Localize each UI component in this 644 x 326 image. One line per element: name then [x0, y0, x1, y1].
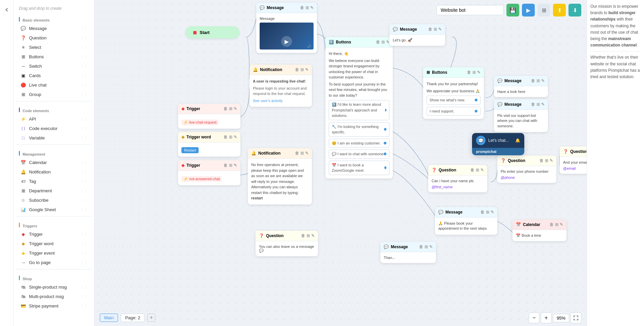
flow-canvas[interactable]: 💾 ▶ ⊞ ⬆ ⬇ — [94, 0, 587, 326]
copy-icon[interactable]: ⊞ — [300, 151, 304, 156]
sidebar-item-api[interactable]: ⚡ API ⋮⋮ — [15, 114, 93, 124]
copy-icon[interactable]: ⊞ — [545, 158, 548, 163]
btn-option-5[interactable]: 📅 I want to book a Zoom/Google meet — [329, 161, 389, 175]
trigger-node-2[interactable]: ◆ Trigger 🗑 ⊞ ✎ ⚡ not-answered-chat — [178, 160, 240, 185]
edit-icon[interactable]: ✎ — [560, 222, 563, 227]
copy-icon[interactable]: ⊞ — [434, 27, 437, 32]
start-node[interactable]: ◼ Start — [185, 26, 239, 38]
edit-icon[interactable]: ✎ — [311, 233, 315, 238]
delete-icon[interactable]: 🗑 — [224, 106, 228, 111]
calendar-node[interactable]: 📅 Calendar 🗑 ⊞ ✎ 📅 Book a time — [513, 220, 566, 241]
edit-icon[interactable]: ✎ — [477, 70, 480, 75]
sidebar-collapse-button[interactable] — [0, 0, 13, 326]
delete-icon[interactable]: 🗑 — [539, 158, 544, 163]
copy-icon[interactable]: ⊞ — [486, 210, 489, 215]
delete-icon[interactable]: 🗑 — [428, 27, 432, 32]
sidebar-item-group[interactable]: ⊞ Group ⋮⋮ — [15, 90, 93, 99]
sidebar-item-cards[interactable]: ▣ Cards ⋮⋮ — [15, 71, 93, 80]
delete-icon[interactable]: 🗑 — [531, 102, 535, 107]
edit-icon[interactable]: ✎ — [480, 168, 484, 172]
delete-icon[interactable]: 🗑 — [224, 163, 228, 168]
edit-icon[interactable]: ✎ — [429, 244, 433, 249]
delete-icon[interactable]: 🗑 — [467, 70, 471, 75]
delete-icon[interactable]: 🗑 — [550, 222, 554, 227]
copy-icon[interactable]: ⊞ — [555, 222, 558, 227]
copy-icon[interactable]: ⊞ — [229, 135, 232, 139]
sidebar-item-question[interactable]: ❓ Question ⋮⋮ — [15, 33, 93, 42]
question-node-3[interactable]: ❓ Question 🗑 ⊞ ✎ Pls enter your phone nu… — [497, 156, 556, 183]
sidebar-item-message[interactable]: 💬 Message ⋮⋮ — [15, 24, 93, 33]
delete-icon[interactable]: 🗑 — [295, 67, 299, 72]
sidebar-item-calendar[interactable]: 📅 Calendar ⋮⋮ — [15, 158, 93, 167]
btn2-option-2[interactable]: I need support. — [427, 107, 480, 116]
delete-icon[interactable]: 🗑 — [480, 210, 485, 215]
sidebar-item-livechat[interactable]: 🔴 Live chat ⋮⋮ — [15, 80, 93, 90]
page-tab-main[interactable]: Main — [100, 314, 118, 322]
message-node-2[interactable]: 💬 Message 🗑 ⊞ ✎ Let's go. 🚀 — [389, 24, 445, 46]
copy-icon[interactable]: ⊞ — [381, 40, 385, 44]
delete-icon[interactable]: 🗑 — [300, 5, 304, 10]
grid-button[interactable]: ⊞ — [537, 4, 550, 17]
zoom-in-button[interactable]: + — [541, 313, 552, 323]
message-node-1[interactable]: 💬 Message 🗑 ⊞ ✎ Message ▶ 🔊 — [256, 3, 317, 53]
copy-icon[interactable]: ⊞ — [305, 5, 309, 10]
sidebar-item-department[interactable]: ⊞ Department ⋮⋮ — [15, 186, 93, 195]
sidebar-item-variable[interactable]: □ Variable ⋮⋮ — [15, 133, 93, 142]
edit-icon[interactable]: ✎ — [386, 40, 389, 44]
sidebar-item-subscribe[interactable]: ☆ Subscribe ⋮⋮ — [15, 195, 93, 205]
edit-icon[interactable]: ✎ — [234, 163, 237, 168]
copy-icon[interactable]: ⊞ — [229, 163, 232, 168]
notification-node-2[interactable]: 🔔 Notification 🗑 ⊞ ✎ No free operators a… — [248, 148, 312, 204]
edit-icon[interactable]: ✎ — [305, 67, 309, 72]
sidebar-item-google-sheet[interactable]: 📊 Google Sheet ⋮⋮ — [15, 205, 93, 214]
edit-icon[interactable]: ✎ — [234, 106, 237, 111]
save-button[interactable]: 💾 — [506, 4, 519, 17]
question-node-4[interactable]: ❓ Question 🗑 ⊞ And your email address p.… — [560, 146, 587, 174]
sidebar-item-stripe[interactable]: 💳 Stripe payment ⋮⋮ — [15, 301, 93, 311]
sidebar-item-buttons[interactable]: ⊞ Buttons ⋮⋮ — [15, 52, 93, 61]
copy-icon[interactable]: ⊞ — [536, 78, 540, 83]
zoom-out-button[interactable]: − — [529, 313, 539, 323]
sidebar-item-notification[interactable]: 🔔 Notification ⋮⋮ — [15, 167, 93, 176]
delete-icon[interactable]: 🗑 — [531, 78, 535, 83]
sidebar-item-single-product[interactable]: 🛍 Single-product msg ⋮⋮ — [15, 282, 93, 292]
message-node-5[interactable]: 💬 Message 🗑 ⊞ ✎ 🙏 Please book your appoi… — [435, 207, 497, 235]
edit-icon[interactable]: ✎ — [305, 151, 309, 156]
edit-icon[interactable]: ✎ — [541, 78, 545, 83]
question-node-1[interactable]: ❓ Question 🗑 ⊞ ✎ You can also leave us a… — [256, 231, 318, 256]
sidebar-item-go-to-page[interactable]: → Go to page ⋮⋮ — [15, 258, 93, 267]
notification-node-1[interactable]: 🔔 Notification 🗑 ⊞ ✎ A user is requestin… — [250, 65, 312, 107]
copy-icon[interactable]: ⊞ — [425, 244, 428, 249]
btn-option-2[interactable]: 🔧 I'm looking for something specific. — [329, 122, 389, 137]
message-node-3[interactable]: 💬 Message 🗑 ⊞ ✎ Have a look here — [494, 76, 548, 97]
sidebar-item-trigger-word[interactable]: ◆ Trigger word ⋮⋮ — [15, 239, 93, 248]
edit-icon[interactable]: ✎ — [541, 102, 545, 107]
sidebar-item-switch[interactable]: ↔ Switch ⋮⋮ — [15, 61, 93, 71]
btn2-option-1[interactable]: Show me what's new. — [427, 96, 480, 105]
sidebar-item-tag[interactable]: 🏷 Tag ⋮⋮ — [15, 176, 93, 186]
play-button[interactable]: ▶ — [522, 4, 535, 17]
sidebar-item-multi-product[interactable]: 🛍 Multi-product msg ⋮⋮ — [15, 292, 93, 301]
copy-icon[interactable]: ⊞ — [306, 233, 310, 238]
btn-option-3[interactable]: 😊 I am an existing customer. — [329, 139, 389, 148]
delete-icon[interactable]: 🗑 — [301, 233, 305, 238]
edit-icon[interactable]: ✎ — [234, 135, 237, 139]
message-node-4[interactable]: 💬 Message 🗑 ⊞ ✎ Pls visit our support bo… — [494, 99, 548, 132]
download-button[interactable]: ⬇ — [568, 4, 581, 17]
sidebar-item-select[interactable]: ≡ Select ⋮⋮ — [15, 42, 93, 52]
trigger-node-1[interactable]: ◆ Trigger 🗑 ⊞ ✎ ⚡ live-chat-request — [178, 104, 240, 129]
btn-option-4[interactable]: 💬 I want to chat with someone — [329, 150, 389, 159]
add-page-button[interactable]: + — [147, 314, 155, 322]
page-tab-2[interactable]: Page: 2 — [121, 314, 145, 322]
bot-name-input[interactable] — [436, 5, 504, 15]
copy-icon[interactable]: ⊞ — [300, 67, 304, 72]
copy-icon[interactable]: ⊞ — [229, 106, 232, 111]
delete-icon[interactable]: 🗑 — [419, 244, 423, 249]
copy-icon[interactable]: ⊞ — [476, 168, 479, 172]
edit-icon[interactable]: ✎ — [491, 210, 494, 215]
buttons-node-2[interactable]: ⊞ Buttons 🗑 ⊞ ✎ Thank you for your partn… — [423, 67, 484, 119]
buttons-node-1[interactable]: 1️⃣ Buttons 🗑 ⊞ ✎ Hi there, 👋 We believe… — [325, 37, 393, 178]
btn-option-1[interactable]: 1️⃣ I'd like to learn more about Promptc… — [329, 100, 389, 120]
sidebar-item-trigger-event[interactable]: ◆ Trigger event ⋮⋮ — [15, 248, 93, 258]
fullscreen-button[interactable] — [570, 313, 581, 323]
